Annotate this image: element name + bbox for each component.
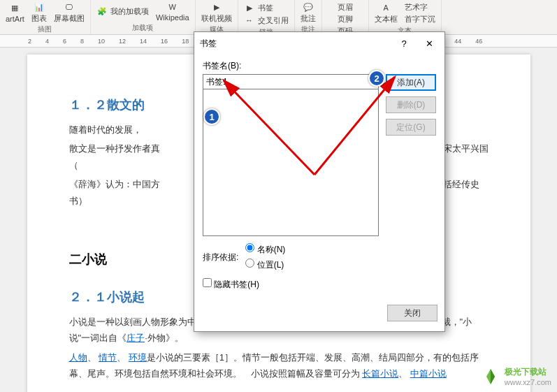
comment-button[interactable]: 💬批注: [301, 1, 316, 24]
sort-name-radio[interactable]: 名称(N): [245, 243, 285, 256]
addin-icon: 🧩: [96, 6, 108, 17]
add-button[interactable]: 添加(A): [386, 74, 436, 91]
bookmark-icon: ▶: [244, 2, 255, 13]
watermark: 极光下载站 www.xz7.com: [481, 366, 551, 386]
ruler-tick: 2: [28, 38, 31, 45]
header-button[interactable]: 页眉: [338, 1, 353, 13]
screenshot-icon: 🖵: [64, 1, 75, 13]
ruler-tick: 12: [119, 38, 126, 45]
textbox-icon: A: [380, 2, 391, 13]
ribbon-group-addins: 🧩我的加载项 WWikipedia 加载项: [91, 0, 196, 34]
ribbon-group-comments: 💬批注 批注: [295, 0, 322, 34]
close-button[interactable]: ✕: [419, 36, 439, 50]
footer-button[interactable]: 页脚: [338, 13, 353, 25]
group-label: 加载项: [132, 23, 153, 33]
annotation-1: 1: [203, 108, 220, 125]
bookmark-listbox[interactable]: [203, 89, 379, 236]
link-huanjing[interactable]: 环境: [129, 352, 147, 363]
close-icon: ✕: [426, 38, 433, 49]
bookmark-dialog: 书签 ? ✕ 书签名(B): 添加(A) 删除(D) 定位(G) 排序依据: 名…: [194, 31, 445, 332]
screenshot-button[interactable]: 🖵屏幕截图: [54, 1, 85, 24]
sort-location-radio[interactable]: 位置(L): [245, 259, 285, 271]
ruler-tick: 4: [45, 38, 49, 45]
paragraph: 人物、 情节、 环境是小说的三要素［1］。情节一般包括开端、发展、高潮、结局四部…: [69, 349, 489, 382]
bookmark-name-label: 书签名(B):: [203, 60, 436, 72]
help-button[interactable]: ?: [394, 36, 414, 50]
sort-label: 排序依据:: [203, 252, 238, 263]
link-zhongpian[interactable]: 中篇小说: [410, 368, 447, 379]
textbox-button[interactable]: A文本框: [375, 2, 398, 24]
ribbon-group-links: ▶书签 ↔交叉引用 链接: [238, 0, 295, 34]
ruler-tick: 18: [182, 38, 189, 45]
annotation-2: 2: [368, 70, 385, 87]
ribbon-group-illustrations: ▦artArt 📊图表 🖵屏幕截图 插图: [0, 0, 91, 34]
video-icon: ▶: [211, 1, 222, 13]
dialog-titlebar[interactable]: 书签 ? ✕: [194, 32, 444, 55]
smartart-button[interactable]: ▦artArt: [6, 3, 24, 23]
ruler-tick: 10: [98, 38, 105, 45]
goto-button[interactable]: 定位(G): [386, 119, 436, 136]
chart-icon: 📊: [34, 1, 45, 13]
onlinevideo-button[interactable]: ▶联机视频: [201, 1, 232, 24]
crossref-icon: ↔: [244, 15, 255, 26]
chart-button[interactable]: 📊图表: [31, 1, 47, 24]
ruler-tick: 46: [475, 38, 482, 45]
bookmark-name-input[interactable]: [203, 74, 379, 89]
hidden-bookmarks-checkbox[interactable]: 隐藏书签(H): [203, 278, 259, 291]
comment-icon: 💬: [303, 1, 314, 13]
ruler-tick: 14: [140, 38, 147, 45]
ribbon-group-media: ▶联机视频 媒体: [196, 0, 238, 34]
watermark-domain: www.xz7.com: [505, 378, 551, 386]
wikipedia-icon: W: [167, 1, 178, 13]
link-changpian[interactable]: 长篇小说: [362, 368, 398, 379]
bookmark-button[interactable]: ▶书签: [244, 1, 289, 14]
delete-button[interactable]: 删除(D): [386, 96, 436, 113]
ribbon-group-text: A文本框 艺术字 首字下沉 文本: [369, 0, 442, 34]
link-renwu[interactable]: 人物: [69, 352, 87, 363]
dialog-title-text: 书签: [200, 38, 217, 50]
ribbon: ▦artArt 📊图表 🖵屏幕截图 插图 🧩我的加载项 WWikipedia 加…: [0, 0, 557, 35]
watermark-name: 极光下载站: [505, 366, 551, 378]
group-label: 插图: [38, 24, 52, 34]
link-qingjie[interactable]: 情节: [99, 352, 117, 363]
crossref-button[interactable]: ↔交叉引用: [244, 14, 289, 27]
ruler-tick: 16: [161, 38, 168, 45]
dropcap-button[interactable]: 首字下沉: [405, 13, 435, 25]
link-zhuangzi[interactable]: 庄子: [126, 333, 145, 343]
myaddins-button[interactable]: 🧩我的加载项: [96, 6, 149, 18]
wikipedia-button[interactable]: WWikipedia: [156, 1, 189, 22]
ribbon-group-headerfooter: 页眉 页脚 页码 页眉和页脚: [322, 0, 369, 34]
watermark-icon: [481, 367, 500, 386]
ruler-tick: 6: [63, 38, 66, 45]
close-dialog-button[interactable]: 关闭: [387, 305, 437, 321]
wordart-button[interactable]: 艺术字: [405, 1, 435, 13]
ruler-tick: 44: [454, 38, 461, 45]
smartart-icon: ▦: [9, 3, 20, 14]
help-icon: ?: [401, 38, 406, 49]
ruler-tick: 8: [80, 38, 84, 45]
